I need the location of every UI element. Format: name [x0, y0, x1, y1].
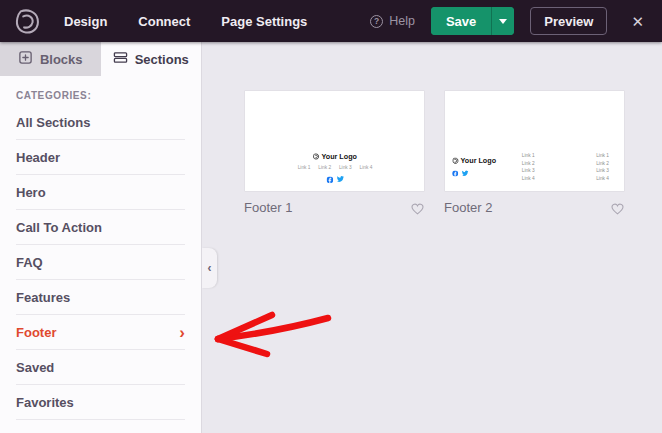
seedprod-logo-icon: [14, 8, 41, 35]
category-footer[interactable]: Footer ›: [16, 315, 185, 350]
menu-connect[interactable]: Connect: [138, 14, 190, 29]
preview-logo-block: Your Logo: [452, 156, 496, 179]
category-saved[interactable]: Saved: [16, 350, 185, 385]
category-hero[interactable]: Hero: [16, 175, 185, 210]
template-footer-1: Your Logo Link 1 Link 2 Link 3 Link 4: [244, 90, 425, 215]
categories-heading: CATEGORIES:: [0, 76, 201, 105]
category-features[interactable]: Features: [16, 280, 185, 315]
category-list: All Sections Header Hero Call To Action …: [0, 105, 201, 420]
menu-design[interactable]: Design: [64, 14, 107, 29]
footer-2-thumbnail[interactable]: Your Logo: [444, 90, 625, 192]
twitter-icon: [337, 174, 344, 185]
category-favorites[interactable]: Favorites: [16, 385, 185, 420]
sidebar-collapse-handle[interactable]: ‹: [202, 248, 217, 288]
tab-sections[interactable]: Sections: [101, 42, 202, 76]
footer-2-meta: Footer 2: [444, 200, 625, 215]
sidebar-tabs: Blocks Sections: [0, 42, 201, 76]
chevron-right-icon: ›: [179, 324, 185, 341]
footer-2-title: Footer 2: [444, 200, 492, 215]
sections-stack-icon: [113, 50, 128, 68]
tab-blocks[interactable]: Blocks: [0, 42, 101, 76]
favorite-heart-icon[interactable]: [410, 201, 425, 215]
help-label: Help: [389, 14, 415, 28]
footer-1-title: Footer 1: [244, 200, 292, 215]
help-icon: ?: [370, 15, 383, 28]
builder-body: Blocks Sections CATEGORIES: All Sections…: [0, 42, 662, 433]
preview-logo-text: Your Logo: [461, 156, 496, 164]
preview-button[interactable]: Preview: [530, 7, 607, 35]
sidebar: Blocks Sections CATEGORIES: All Sections…: [0, 42, 202, 433]
leaf-logo-icon: [313, 153, 320, 160]
save-dropdown-button[interactable]: [491, 7, 514, 35]
footer-1-thumbnail[interactable]: Your Logo Link 1 Link 2 Link 3 Link 4: [244, 90, 425, 192]
help-button[interactable]: ? Help: [370, 14, 415, 28]
preview-social-icons: [245, 174, 425, 185]
section-templates-canvas: Your Logo Link 1 Link 2 Link 3 Link 4: [202, 42, 662, 433]
save-split-button: Save: [431, 7, 514, 35]
footer-1-preview: Your Logo Link 1 Link 2 Link 3 Link 4: [245, 152, 425, 185]
facebook-icon: [326, 176, 333, 183]
preview-logo: Your Logo: [452, 156, 496, 164]
category-call-to-action[interactable]: Call To Action: [16, 210, 185, 245]
top-toolbar: Design Connect Page Settings ? Help Save…: [0, 0, 662, 42]
footer-2-preview: Your Logo: [445, 151, 625, 185]
save-button[interactable]: Save: [431, 7, 491, 35]
close-icon[interactable]: ✕: [627, 10, 648, 33]
template-cards: Your Logo Link 1 Link 2 Link 3 Link 4: [244, 90, 662, 215]
category-all-sections[interactable]: All Sections: [16, 105, 185, 140]
add-block-icon: [18, 50, 33, 68]
category-faq[interactable]: FAQ: [16, 245, 185, 280]
caret-down-icon: [499, 19, 507, 24]
leaf-logo-icon: [452, 157, 459, 164]
red-annotation-arrow: [208, 302, 338, 372]
toolbar-actions: ? Help Save Preview ✕: [370, 7, 648, 35]
tab-sections-label: Sections: [135, 52, 189, 67]
category-header[interactable]: Header: [16, 140, 185, 175]
tab-blocks-label: Blocks: [40, 52, 83, 67]
facebook-icon: [452, 171, 458, 177]
preview-link-column-2: Link 1 Link 2 Link 3 Link 4: [596, 153, 609, 183]
menu-page-settings[interactable]: Page Settings: [221, 14, 307, 29]
favorite-heart-icon[interactable]: [610, 201, 625, 215]
preview-logo: Your Logo: [245, 152, 425, 160]
chevron-left-icon: ‹: [208, 261, 212, 275]
preview-social-icons: [452, 168, 496, 179]
footer-1-meta: Footer 1: [244, 200, 425, 215]
twitter-icon: [462, 168, 469, 179]
preview-logo-text: Your Logo: [321, 152, 356, 160]
top-menu: Design Connect Page Settings: [64, 14, 307, 29]
template-footer-2: Your Logo: [444, 90, 625, 215]
preview-link-column-1: Link 1 Link 2 Link 3 Link 4: [522, 153, 535, 183]
preview-links: Link 1 Link 2 Link 3 Link 4: [245, 165, 425, 170]
